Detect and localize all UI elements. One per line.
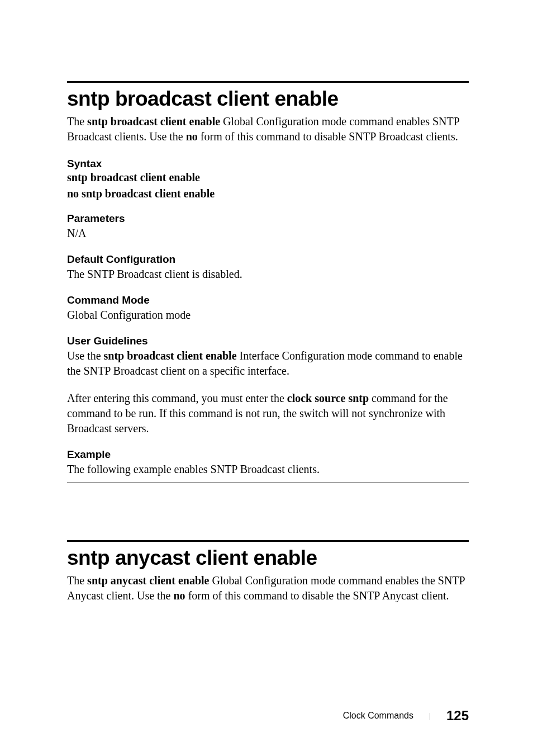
syntax-command: sntp broadcast client enable xyxy=(67,171,469,184)
section-intro: The sntp anycast client enable Global Co… xyxy=(67,573,469,603)
example-heading: Example xyxy=(67,448,469,461)
intro-command: sntp broadcast client enable xyxy=(87,115,220,127)
section-title: sntp broadcast client enable xyxy=(67,87,469,111)
intro-no-keyword: no xyxy=(174,589,185,602)
parameters-body: N/A xyxy=(67,226,469,241)
user-guidelines-p2: After entering this command, you must en… xyxy=(67,391,469,436)
syntax-no-command: no sntp broadcast client enable xyxy=(67,187,469,200)
section-title: sntp anycast client enable xyxy=(67,546,469,570)
guideline-text: Use the xyxy=(67,349,104,362)
command-mode-body: Global Configuration mode xyxy=(67,308,469,323)
guideline-text: After entering this command, you must en… xyxy=(67,392,287,404)
syntax-block: sntp broadcast client enable no sntp bro… xyxy=(67,171,469,200)
guideline-command: clock source sntp xyxy=(287,392,369,404)
intro-command: sntp anycast client enable xyxy=(87,574,209,587)
parameters-heading: Parameters xyxy=(67,212,469,225)
footer-section-name: Clock Commands xyxy=(343,711,413,721)
intro-text: form of this command to disable the SNTP… xyxy=(185,589,449,602)
default-config-body: The SNTP Broadcast client is disabled. xyxy=(67,267,469,282)
intro-no-keyword: no xyxy=(186,130,198,143)
syntax-heading: Syntax xyxy=(67,158,469,170)
command-mode-heading: Command Mode xyxy=(67,294,469,306)
footer-page-number: 125 xyxy=(446,708,469,724)
user-guidelines-p1: Use the sntp broadcast client enable Int… xyxy=(67,348,469,379)
section-divider-top xyxy=(67,81,469,83)
page-footer: Clock Commands | 125 xyxy=(343,708,469,724)
user-guidelines-heading: User Guidelines xyxy=(67,335,469,347)
default-config-heading: Default Configuration xyxy=(67,253,469,266)
section-divider-top xyxy=(67,540,469,542)
footer-separator: | xyxy=(429,711,431,721)
intro-text: The xyxy=(67,574,87,587)
intro-text: The xyxy=(67,115,87,127)
section-divider-bottom xyxy=(67,483,469,483)
intro-text: form of this command to disable SNTP Bro… xyxy=(198,130,458,143)
example-body: The following example enables SNTP Broad… xyxy=(67,462,469,477)
guideline-command: sntp broadcast client enable xyxy=(104,349,237,362)
section-intro: The sntp broadcast client enable Global … xyxy=(67,114,469,144)
